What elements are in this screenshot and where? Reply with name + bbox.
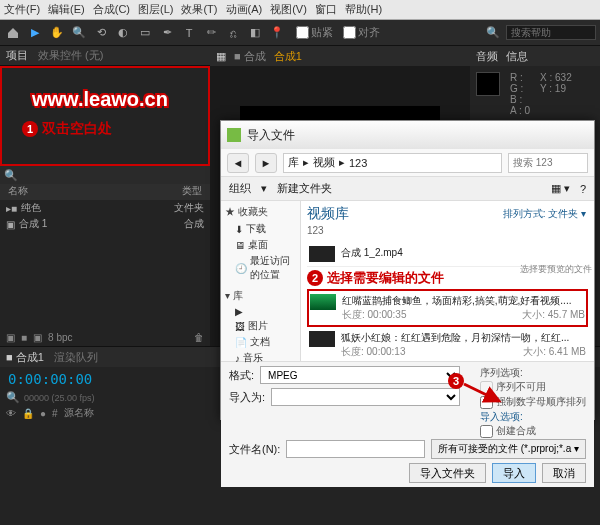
opt-force-alpha[interactable]: 强制数字母顺序排列 [480,395,586,409]
filetype-select[interactable]: 所有可接受的文件 (*.prproj;*.a ▾ [431,439,586,459]
filename-label: 文件名(N): [229,442,280,457]
orbit-tool-icon[interactable]: ⟲ [92,24,110,42]
info-x: X : 632 [540,72,572,83]
import-as-select[interactable] [271,388,460,406]
video-thumb-icon [309,246,335,262]
organize-button[interactable]: 组织 [229,181,251,196]
recent-icon: 🕘 [235,263,247,274]
project-bin-area[interactable]: www.leawo.cn [0,66,210,166]
selection-tool-icon[interactable]: ▶ [26,24,44,42]
rotate-tool-icon[interactable]: ◐ [114,24,132,42]
sidebar-videos[interactable]: ▶ [225,305,296,318]
tab-timeline-comp[interactable]: ■ 合成1 [6,350,44,365]
step1-badge: 1 [22,121,38,137]
home-icon[interactable] [4,24,22,42]
menu-layer[interactable]: 图层(L) [138,2,173,17]
search-icon[interactable]: 🔍 [4,169,18,182]
text-tool-icon[interactable]: T [180,24,198,42]
filename-input[interactable] [286,440,425,458]
sidebar-documents[interactable]: 📄文档 [225,334,296,350]
brush-tool-icon[interactable]: ✏ [202,24,220,42]
rect-tool-icon[interactable]: ▭ [136,24,154,42]
file-item-selected[interactable]: 红嘴蓝鹊捕食鲫鱼，场面精彩,搞笑,萌宠,好看视频.... 长度: 00:00:3… [307,289,588,327]
new-folder-icon[interactable]: ■ [21,332,27,343]
file-list-area: 视频库 123 排列方式: 文件夹 ▾ 合成 1_2.mp4 2选择需要编辑的文… [301,201,594,361]
hand-tool-icon[interactable]: ✋ [48,24,66,42]
picture-icon: 🖼 [235,321,245,332]
project-item-comp[interactable]: ▣ 合成 1 合成 [0,216,210,232]
menu-window[interactable]: 窗口 [315,2,337,17]
sidebar-downloads[interactable]: ⬇下载 [225,221,296,237]
info-a: A : 0 [510,105,530,116]
cancel-button[interactable]: 取消 [542,463,586,483]
search-icon[interactable]: 🔍 [6,391,20,404]
zoom-tool-icon[interactable]: 🔍 [70,24,88,42]
search-help-input[interactable] [506,25,596,40]
col-type: 类型 [182,184,202,200]
sidebar-recent[interactable]: 🕘最近访问的位置 [225,253,296,283]
dialog-search-input[interactable] [508,153,588,173]
stamp-tool-icon[interactable]: ⎌ [224,24,242,42]
snapping-toggle[interactable]: 贴紧 [296,25,333,40]
info-g: G : [510,83,530,94]
menu-help[interactable]: 帮助(H) [345,2,382,17]
lock-icon[interactable]: 🔒 [22,408,34,419]
arrange-by[interactable]: 排列方式: 文件夹 ▾ [503,207,586,221]
help-icon[interactable]: ? [580,183,586,195]
nav-back-button[interactable]: ◄ [227,153,249,173]
project-item-folder[interactable]: ▸■ 纯色 文件夹 [0,200,210,216]
tab-audio[interactable]: 音频 [476,49,498,64]
col-name: 名称 [8,184,28,200]
puppet-tool-icon[interactable]: 📍 [268,24,286,42]
search-icon: 🔍 [484,24,502,42]
video-thumb-icon [310,294,336,310]
menu-file[interactable]: 文件(F) [4,2,40,17]
trash-icon[interactable]: 🗑 [194,332,204,343]
align-toggle[interactable]: 对齐 [343,25,380,40]
tab-comp-active[interactable]: 合成1 [274,49,302,64]
format-select[interactable]: MPEG [260,366,460,384]
new-folder-button[interactable]: 新建文件夹 [277,181,332,196]
bpc-label: 8 bpc [48,332,72,343]
tab-effect-controls[interactable]: 效果控件 (无) [38,48,103,63]
tab-project[interactable]: 项目 [6,48,28,63]
dialog-sidebar: ★ 收藏夹 ⬇下载 🖥桌面 🕘最近访问的位置 ▾ 库 ▶ 🖼图片 📄文档 ♪音乐 [221,201,301,361]
eye-icon[interactable]: 👁 [6,408,16,419]
preview-hint: 选择要预览的文件 [520,263,592,276]
file-item[interactable]: 狐妖小红娘：红红遇到危险，月初深情一吻，红红... 长度: 00:00:13大小… [307,327,588,361]
import-button[interactable]: 导入 [492,463,536,483]
sidebar-music[interactable]: ♪音乐 [225,350,296,366]
import-folder-button[interactable]: 导入文件夹 [409,463,486,483]
tab-render-queue[interactable]: 渲染队列 [54,350,98,365]
interpret-icon[interactable]: ▣ [6,332,15,343]
library-sub: 123 [307,225,588,236]
nav-fwd-button[interactable]: ► [255,153,277,173]
format-label: 格式: [229,368,254,383]
eraser-tool-icon[interactable]: ◧ [246,24,264,42]
download-icon: ⬇ [235,224,243,235]
menu-effect[interactable]: 效果(T) [181,2,217,17]
dialog-title: 导入文件 [221,121,594,149]
opt-create-comp[interactable]: 创建合成 [480,424,586,438]
view-icon[interactable]: ▦ ▾ [551,182,570,195]
pen-tool-icon[interactable]: ✒ [158,24,176,42]
sidebar-desktop[interactable]: 🖥桌面 [225,237,296,253]
menu-comp[interactable]: 合成(C) [93,2,130,17]
seq-options-label: 序列选项: [480,366,586,380]
col-source-name: 源名称 [64,406,94,420]
info-r: R : [510,72,530,83]
menu-view[interactable]: 视图(V) [270,2,307,17]
sidebar-libraries: ▾ 库 [225,289,296,303]
menu-anim[interactable]: 动画(A) [226,2,263,17]
menu-edit[interactable]: 编辑(E) [48,2,85,17]
path-breadcrumb[interactable]: 库 ▸ 视频 ▸ 123 [283,153,502,173]
tab-comp-viewer[interactable]: ■ 合成 [234,49,266,64]
opt-seq-unavailable: 序列不可用 [480,380,586,394]
tab-info[interactable]: 信息 [506,49,528,64]
new-comp-icon[interactable]: ▣ [33,332,42,343]
layer-icon[interactable]: ▦ [216,50,226,63]
sidebar-favorites: ★ 收藏夹 [225,205,296,219]
import-options-link[interactable]: 导入选项: [480,410,586,424]
color-swatch [476,72,500,96]
sidebar-pictures[interactable]: 🖼图片 [225,318,296,334]
